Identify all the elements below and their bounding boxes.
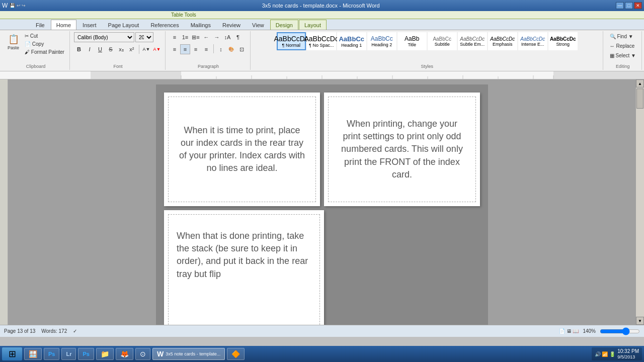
find-button[interactable]: 🔍Find ▼: [607, 32, 636, 41]
style-heading2[interactable]: AaBbCc Heading 2: [367, 32, 396, 50]
scroll-up-arrow[interactable]: ▲: [636, 79, 644, 87]
style-intense-e[interactable]: AaBbCcDc Intense E...: [518, 32, 547, 50]
shading-button[interactable]: 🎨: [226, 44, 236, 54]
select-button[interactable]: ▦Select ▼: [607, 51, 638, 60]
font-size-select[interactable]: 20: [135, 32, 153, 42]
tray-icons: 🔊 📶 🔋: [595, 351, 616, 357]
card2-outer: When printing, change your print setting…: [324, 93, 480, 206]
explorer-icon: 🪟: [29, 350, 37, 358]
style-title[interactable]: AaBb Title: [397, 32, 427, 50]
bullets-button[interactable]: ≡: [170, 32, 180, 42]
italic-button[interactable]: I: [85, 44, 95, 54]
zoom-slider[interactable]: [600, 328, 640, 334]
clipboard-sub: ✂ Cut 📄 Copy 🖌 Format Painter: [23, 32, 66, 56]
styles-content: AaBbCcDc ¶ Normal AaBbCcDc ¶ No Spac... …: [277, 32, 578, 63]
close-button[interactable]: ✕: [634, 2, 642, 9]
word-count: Words: 172: [41, 328, 67, 334]
taskbar-app-ps2[interactable]: Ps: [78, 348, 94, 360]
strikethrough-button[interactable]: S: [106, 44, 116, 54]
taskbar-app-folder[interactable]: 📁: [96, 348, 114, 360]
tab-layout[interactable]: Layout: [299, 20, 327, 30]
align-left-button[interactable]: ≡: [170, 44, 180, 54]
maximize-button[interactable]: □: [625, 2, 633, 9]
increase-indent-button[interactable]: →: [212, 32, 222, 42]
card1-outer: When it is time to print, place our inde…: [164, 93, 320, 206]
tab-view[interactable]: View: [247, 20, 270, 30]
find-icon: 🔍: [610, 34, 616, 39]
taskbar-app-vlc[interactable]: 🔶: [227, 348, 245, 360]
format-painter-button[interactable]: 🖌 Format Painter: [23, 48, 66, 56]
borders-button[interactable]: ⊡: [237, 44, 247, 54]
taskbar-app-word[interactable]: W 3x5 note cards - template...: [152, 348, 225, 360]
replace-button[interactable]: ↔Replace: [607, 42, 637, 50]
multilevel-button[interactable]: ⊞≡: [191, 32, 201, 42]
styles-label: Styles: [421, 63, 433, 69]
highlight-button[interactable]: A▼: [141, 44, 151, 54]
replace-icon: ↔: [610, 43, 615, 49]
para-top-row: ≡ 1≡ ⊞≡ ← → ↕A ¶: [170, 32, 243, 42]
start-icon: ⊞: [9, 348, 16, 359]
tab-file[interactable]: File: [30, 20, 50, 30]
card3-inner[interactable]: When that is done printing, take the sta…: [168, 214, 320, 325]
style-no-spacing[interactable]: AaBbCcDc ¶ No Spac...: [307, 32, 336, 50]
font-color-button[interactable]: A▼: [152, 44, 162, 54]
style-heading1[interactable]: AaBbCc Heading 1: [337, 32, 366, 50]
decrease-indent-button[interactable]: ←: [201, 32, 211, 42]
vlc-icon: 🔶: [231, 350, 240, 358]
style-normal[interactable]: AaBbCcDc ¶ Normal: [277, 32, 306, 50]
superscript-button[interactable]: x²: [127, 44, 137, 54]
style-strong[interactable]: AaBbCcDc Strong: [548, 32, 578, 50]
bold-button[interactable]: B: [74, 44, 84, 54]
taskbar-app-firefox[interactable]: 🦊: [116, 348, 133, 360]
cut-button[interactable]: ✂ Cut: [23, 32, 66, 40]
show-hide-button[interactable]: ¶: [233, 32, 243, 42]
editing-label: Editing: [616, 63, 630, 69]
line-spacing-button[interactable]: ↕: [216, 44, 226, 54]
align-center-button[interactable]: ≡: [180, 44, 190, 54]
tab-design[interactable]: Design: [270, 20, 298, 30]
editing-group: 🔍Find ▼ ↔Replace ▦Select ▼ Editing: [604, 31, 642, 70]
tab-home[interactable]: Home: [51, 20, 76, 30]
card1-inner[interactable]: When it is time to print, place our inde…: [168, 97, 316, 202]
copy-button[interactable]: 📄 Copy: [23, 40, 66, 48]
scroll-thumb[interactable]: [636, 88, 643, 109]
tab-mailings[interactable]: Mailings: [185, 20, 216, 30]
numbering-button[interactable]: 1≡: [180, 32, 190, 42]
align-right-button[interactable]: ≡: [191, 44, 201, 54]
scroll-down-arrow[interactable]: ▼: [636, 317, 644, 325]
chrome-icon: ⊙: [140, 350, 146, 358]
vertical-scrollbar[interactable]: ▲ ▼: [636, 79, 644, 325]
sort-button[interactable]: ↕A: [222, 32, 232, 42]
card2-inner[interactable]: When printing, change your print setting…: [328, 97, 476, 202]
taskbar-app-ps-icon[interactable]: Ps: [44, 348, 59, 360]
tab-review[interactable]: Review: [217, 20, 246, 30]
doc-area: ▲ ▼ When it is time to print, place our …: [0, 79, 644, 325]
status-left: Page 13 of 13 Words: 172 ✓: [4, 328, 77, 334]
taskbar-app-lr[interactable]: Lr: [61, 348, 76, 360]
taskbar-app-chrome[interactable]: ⊙: [135, 348, 150, 360]
tab-references[interactable]: References: [145, 20, 184, 30]
tab-insert[interactable]: Insert: [77, 20, 102, 30]
scroll-track[interactable]: [636, 87, 643, 317]
font-name-select[interactable]: Calibri (Body): [74, 32, 134, 42]
style-emphasis[interactable]: AaBbCcDc Emphasis: [488, 32, 517, 50]
title-bar-controls: — □ ✕: [616, 2, 642, 9]
subscript-button[interactable]: x₂: [116, 44, 126, 54]
start-button[interactable]: ⊞: [2, 347, 22, 360]
paste-button[interactable]: 📋 Paste: [5, 32, 22, 52]
para-bottom-row: ≡ ≡ ≡ ≡ ↕ 🎨 ⊡: [170, 44, 247, 54]
minimize-button[interactable]: —: [616, 2, 624, 9]
ps-icon2: Ps: [83, 351, 89, 357]
font-format-row: B I U S x₂ x² A▼ A▼: [74, 44, 162, 54]
taskbar-app-explorer[interactable]: 🪟: [24, 348, 42, 360]
style-subtitle[interactable]: AaBbCc Subtitle: [428, 32, 457, 50]
justify-button[interactable]: ≡: [201, 44, 211, 54]
underline-button[interactable]: U: [95, 44, 105, 54]
style-subtle-em[interactable]: AaBbCcDc Subtle Em...: [458, 32, 487, 50]
card3-outer: When that is done printing, take the sta…: [164, 210, 324, 325]
taskbar: ⊞ 🪟 Ps Lr Ps 📁 🦊 ⊙ W 3x5 note cards - te…: [0, 346, 644, 362]
tab-page-layout[interactable]: Page Layout: [103, 20, 145, 30]
page-container: When it is time to print, place our inde…: [8, 84, 636, 325]
ribbon: 📋 Paste ✂ Cut 📄 Copy 🖌 Format Painter Cl…: [0, 30, 644, 71]
tray-time: 10:32 PM 9/5/2013: [617, 348, 639, 359]
